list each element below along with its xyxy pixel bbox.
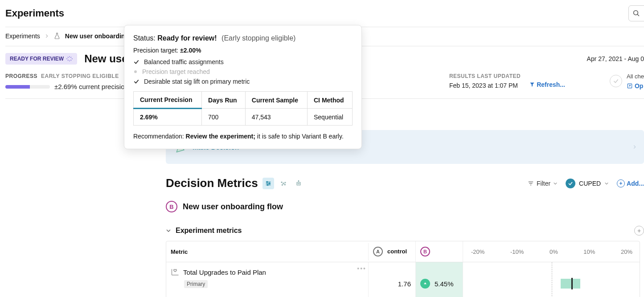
chevron-down-icon: [604, 181, 609, 186]
chevron-down-icon: [553, 181, 558, 186]
svg-point-7: [267, 181, 268, 183]
svg-point-14: [284, 184, 285, 185]
chevron-right-icon: [632, 144, 637, 150]
check-icon: [133, 78, 139, 85]
view-robot-icon[interactable]: [293, 178, 304, 189]
progress-block: PROGRESS EARLY STOPPING ELIGIBLE ±2.69% …: [5, 73, 128, 90]
svg-point-9: [267, 184, 268, 186]
chevron-right-icon: [45, 34, 49, 38]
svg-point-13: [282, 184, 283, 185]
variant-a-badge: A: [373, 247, 383, 256]
filter-icon: [528, 180, 534, 187]
plus-circle-icon: +: [617, 179, 625, 187]
check-icon: [133, 59, 139, 65]
variant-name: New user onboarding flow: [183, 202, 283, 212]
tooltip-check-3: Desirable stat sig lift on primary metri…: [133, 78, 353, 85]
filter-button[interactable]: Filter: [528, 180, 558, 187]
col-metric: Metric: [166, 243, 369, 260]
breadcrumb-root[interactable]: Experiments: [5, 33, 40, 40]
progress-sublabel: EARLY STOPPING ELIGIBLE: [41, 73, 119, 79]
metrics-table: Metric Acontrol B -20% -10% 0% 10% 20%: [166, 241, 640, 297]
control-value: 1.76: [369, 262, 416, 297]
search-icon: [632, 9, 640, 17]
svg-rect-15: [297, 182, 300, 185]
checks-summary: All che: [627, 73, 644, 80]
svg-point-10: [283, 183, 284, 184]
sparkle-icon: [66, 56, 73, 62]
svg-point-3: [134, 70, 137, 73]
open-checks-link[interactable]: Op: [627, 82, 644, 90]
decision-metrics-title: Decision Metrics: [166, 176, 258, 190]
table-row[interactable]: Total Upgrades to Paid Plan Primary ••• …: [166, 262, 640, 297]
refresh-button[interactable]: Refresh...: [529, 81, 565, 88]
up-arrow-icon: [420, 279, 430, 289]
view-sliders-icon[interactable]: [263, 178, 274, 189]
sparkle-icon: [450, 293, 463, 297]
date-range: Apr 27, 2021 - Aug 0: [587, 55, 644, 62]
svg-line-1: [637, 14, 639, 16]
more-icon[interactable]: •••: [357, 265, 366, 272]
results-timestamp: Feb 15, 2023 at 1:07 PM: [449, 82, 521, 89]
progress-text: ±2.69% current precision: [54, 83, 128, 90]
funnel-icon: [529, 82, 535, 87]
open-icon: [627, 83, 633, 89]
variant-b-badge: B: [420, 247, 430, 256]
cuped-toggle[interactable]: CUPED: [566, 179, 609, 188]
view-scatter-icon[interactable]: [278, 178, 289, 189]
primary-tag: Primary: [184, 280, 208, 288]
add-metric-button[interactable]: + Add...: [617, 179, 644, 187]
heart-chart-icon: [171, 268, 180, 277]
svg-point-0: [634, 11, 638, 15]
breadcrumb-experiment[interactable]: New user onboardin: [65, 33, 125, 40]
tooltip-table: Current Precision Days Run Current Sampl…: [133, 91, 353, 126]
flask-icon: [53, 33, 61, 40]
progress-label: PROGRESS: [5, 73, 37, 79]
check-circle-icon: [610, 75, 622, 87]
search-button[interactable]: [628, 5, 644, 21]
tooltip-check-2: Precision target reached: [133, 68, 353, 75]
col-axis: -20% -10% 0% 10% 20%: [463, 243, 640, 260]
svg-point-11: [281, 182, 282, 183]
col-control: Acontrol: [369, 241, 416, 262]
confidence-interval: [463, 262, 640, 297]
experiment-metrics-section[interactable]: Experiment metrics: [166, 227, 242, 235]
col-b: B: [416, 241, 463, 262]
dot-icon: [133, 69, 138, 74]
chevron-down-icon: [166, 228, 171, 233]
status-tooltip: Status: Ready for review! (Early stoppin…: [124, 25, 362, 149]
svg-point-17: [299, 183, 299, 184]
svg-point-19: [298, 180, 299, 181]
variant-b-value: 5.45%: [416, 262, 463, 297]
results-label: RESULTS LAST UPDATED: [449, 73, 521, 79]
variant-b-badge: B: [166, 201, 177, 212]
check-circle-icon: [566, 179, 575, 188]
svg-point-16: [298, 183, 298, 184]
add-row-button[interactable]: +: [634, 226, 644, 236]
svg-point-12: [285, 182, 286, 183]
progress-bar: [5, 85, 50, 89]
status-badge: READY FOR REVIEW: [5, 53, 77, 65]
svg-point-8: [269, 183, 270, 184]
metric-name: Total Upgrades to Paid Plan: [183, 269, 266, 276]
tooltip-check-1: Balanced traffic assignments: [133, 58, 353, 65]
page-title: Experiments: [5, 8, 64, 19]
